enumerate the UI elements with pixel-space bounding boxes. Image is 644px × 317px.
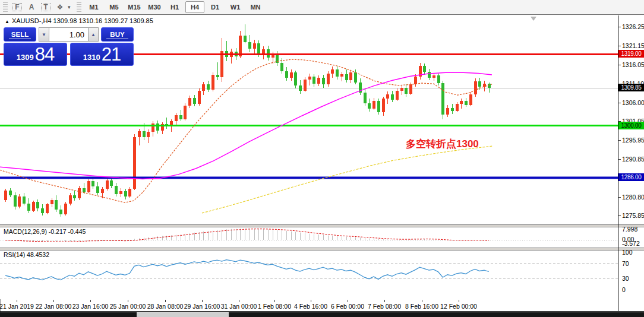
volume-input[interactable]: 1.00 xyxy=(49,27,88,42)
fast-ma xyxy=(0,59,492,202)
time-tick-label: 28 Jan 08:00 xyxy=(147,303,184,310)
time-tick xyxy=(17,300,17,302)
timeframe-m15[interactable]: M15 xyxy=(125,1,144,13)
time-tick-label: 7 Feb 08:00 xyxy=(368,303,401,310)
time-tick xyxy=(165,300,166,302)
macd-axis-max: 7.998 xyxy=(622,226,637,233)
buy-price-small: 1310 xyxy=(83,53,100,62)
collapse-arrow-icon[interactable]: ▲ xyxy=(5,19,10,24)
rsi-pane[interactable] xyxy=(0,251,618,299)
bottom-strip-segment xyxy=(229,312,644,317)
time-tick xyxy=(384,300,385,302)
rsi-axis-30: 30 xyxy=(622,275,629,282)
time-tick-label: 4 Feb 16:00 xyxy=(294,303,327,310)
toolbar: F A T ❖ ▾ M1M5M15M30H1H4D1W1MN xyxy=(0,0,644,14)
chart-title-text: XAUUSD-,H4 1309.98 1310.16 1309.27 1309.… xyxy=(12,17,153,24)
time-tick-label: 12 Feb 00:00 xyxy=(440,303,477,310)
volume-stepper: ▼ 1.00 ▲ xyxy=(39,27,99,42)
toolbar-grip[interactable] xyxy=(3,2,8,12)
price-badge-1300.00: 1300.00 xyxy=(618,122,644,129)
rsi-axis-0: 0 xyxy=(622,286,626,293)
price-tick xyxy=(618,140,621,141)
buy-price-box[interactable]: 1310 21 xyxy=(70,43,134,66)
axis-divider xyxy=(618,15,618,311)
buy-price-big: 21 xyxy=(102,46,121,64)
price-tick-label: 1326.25 xyxy=(622,23,644,30)
time-tick-label: 6 Feb 00:00 xyxy=(331,303,364,310)
volume-decrease-button[interactable]: ▼ xyxy=(39,27,49,42)
rsi-axis-100: 100 xyxy=(622,249,633,256)
timeframe-h1[interactable]: H1 xyxy=(165,1,184,13)
sell-price-small: 1309 xyxy=(17,53,34,62)
time-tick xyxy=(348,300,348,302)
time-tick xyxy=(53,300,54,302)
price-tick-label: 1295.95 xyxy=(622,137,644,144)
time-tick-label: 31 Jan 00:00 xyxy=(221,303,257,310)
time-tick-label: 22 Jan 08:00 xyxy=(36,303,72,310)
macd-label: MACD(12,26,9) -0.217 -0.445 xyxy=(4,228,86,235)
price-tick-label: 1280.80 xyxy=(622,194,644,201)
macd-axis-min: -3.572 xyxy=(622,240,640,247)
price-tick xyxy=(618,46,621,46)
sell-price-box[interactable]: 1309 84 xyxy=(4,43,67,66)
time-tick xyxy=(311,300,311,302)
time-tick-label: 1 Feb 08:00 xyxy=(258,303,291,310)
bottom-strip-segment xyxy=(0,312,137,317)
buy-button[interactable]: BUY xyxy=(101,27,134,42)
timeframe-w1[interactable]: W1 xyxy=(226,1,245,13)
mt4-window: F A T ❖ ▾ M1M5M15M30H1H4D1W1MN ▲XAUUSD-,… xyxy=(0,0,644,317)
macd-pane[interactable] xyxy=(0,227,618,248)
price-tick-label: 1275.85 xyxy=(622,212,644,219)
price-badge-1286.00: 1286.00 xyxy=(618,173,644,181)
timeframe-m5[interactable]: M5 xyxy=(105,1,124,13)
one-click-trade-panel: SELL ▼ 1.00 ▲ BUY 1309 84 1310 21 xyxy=(4,27,134,66)
price-tick xyxy=(618,65,621,65)
time-tick-label: 8 Feb 16:00 xyxy=(405,303,438,310)
timeframe-h4[interactable]: H4 xyxy=(185,1,204,13)
price-tick xyxy=(618,159,621,160)
label-glyph: T xyxy=(41,3,50,11)
price-badge-1319.00: 1319.00 xyxy=(618,50,644,58)
time-tick-label: 21 Jan 2019 xyxy=(0,303,34,310)
time-tick xyxy=(90,300,91,302)
sell-price-big: 84 xyxy=(35,46,54,64)
time-tick-label: 23 Jan 16:00 xyxy=(72,303,109,310)
price-tick xyxy=(618,103,621,103)
timeframe-mn[interactable]: MN xyxy=(246,1,265,13)
arrow-tools-icon[interactable]: ❖ xyxy=(53,2,67,12)
toolbar-grip[interactable] xyxy=(77,2,81,12)
fibonacci-glyph: F xyxy=(12,3,21,11)
price-tick xyxy=(618,197,621,198)
sell-button[interactable]: SELL xyxy=(4,27,36,42)
rsi-axis-70: 70 xyxy=(622,260,629,267)
price-tick-label: 1290.85 xyxy=(622,156,644,163)
fibonacci-tool-icon[interactable]: F xyxy=(11,2,24,12)
price-tick xyxy=(618,215,621,216)
timeframe-m30[interactable]: M30 xyxy=(145,1,164,13)
rsi-label: RSI(14) 48.4532 xyxy=(4,251,49,258)
bottom-strip-segment xyxy=(137,312,229,317)
price-tick-label: 1316.05 xyxy=(622,61,644,68)
price-badge-1309.85: 1309.85 xyxy=(618,84,644,91)
chart-annotation: 多空转折点1300 xyxy=(406,137,479,151)
volume-increase-button[interactable]: ▲ xyxy=(88,27,99,42)
divider xyxy=(0,311,644,312)
text-tool-icon[interactable]: A xyxy=(25,2,38,12)
text-label-tool-icon[interactable]: T xyxy=(39,2,52,12)
chart-title: ▲XAUUSD-,H4 1309.98 1310.16 1309.27 1309… xyxy=(5,17,153,24)
time-tick xyxy=(274,300,275,302)
timeframe-d1[interactable]: D1 xyxy=(206,1,225,13)
timeframe-bar: M1M5M15M30H1H4D1W1MN xyxy=(84,1,265,13)
time-tick-label: 29 Jan 16:00 xyxy=(184,303,220,310)
timeframe-m1[interactable]: M1 xyxy=(84,1,103,13)
time-tick xyxy=(422,300,422,302)
slow-ma xyxy=(202,146,493,213)
chart-shift-marker[interactable] xyxy=(531,17,536,21)
price-tick-label: 1321.15 xyxy=(622,42,644,49)
chevron-down-icon[interactable]: ▾ xyxy=(68,4,74,10)
price-tick-label: 1306.00 xyxy=(622,99,644,106)
time-tick xyxy=(459,300,459,302)
price-tick xyxy=(618,27,621,27)
time-tick-label: 25 Jan 00:00 xyxy=(110,303,146,310)
time-tick xyxy=(202,300,203,302)
